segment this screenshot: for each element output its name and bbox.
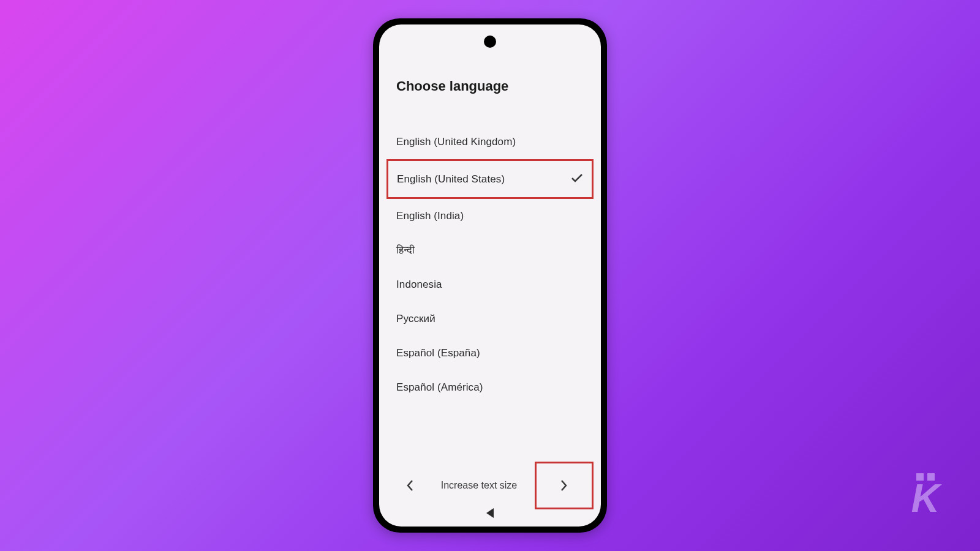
watermark-letter: K <box>911 483 937 514</box>
screen-content: Choose language English (United Kingdom)… <box>379 24 601 527</box>
phone-frame: Choose language English (United Kingdom)… <box>373 18 607 533</box>
language-list: English (United Kingdom) English (United… <box>396 125 584 462</box>
language-item-es-am[interactable]: Español (América) <box>396 370 584 405</box>
camera-hole <box>484 36 496 48</box>
language-item-en-gb[interactable]: English (United Kingdom) <box>396 125 584 159</box>
next-button[interactable] <box>535 462 594 509</box>
language-item-russian[interactable]: Русский <box>396 302 584 336</box>
prev-button[interactable] <box>396 472 423 499</box>
text-size-label[interactable]: Increase text size <box>441 480 518 491</box>
language-item-hindi[interactable]: हिन्दी <box>396 233 584 268</box>
system-nav-bar <box>486 508 494 518</box>
language-item-en-us[interactable]: English (United States) <box>386 159 594 199</box>
language-item-en-in[interactable]: English (India) <box>396 199 584 233</box>
system-back-button[interactable] <box>486 508 494 518</box>
language-item-es-es[interactable]: Español (España) <box>396 336 584 370</box>
chevron-left-icon <box>406 479 413 492</box>
checkmark-icon <box>571 172 583 186</box>
page-title: Choose language <box>396 78 584 94</box>
phone-screen: Choose language English (United Kingdom)… <box>379 24 601 527</box>
chevron-right-icon <box>560 479 568 492</box>
language-item-label: English (United States) <box>397 173 505 186</box>
watermark: K <box>911 473 937 514</box>
language-item-indonesia[interactable]: Indonesia <box>396 268 584 302</box>
